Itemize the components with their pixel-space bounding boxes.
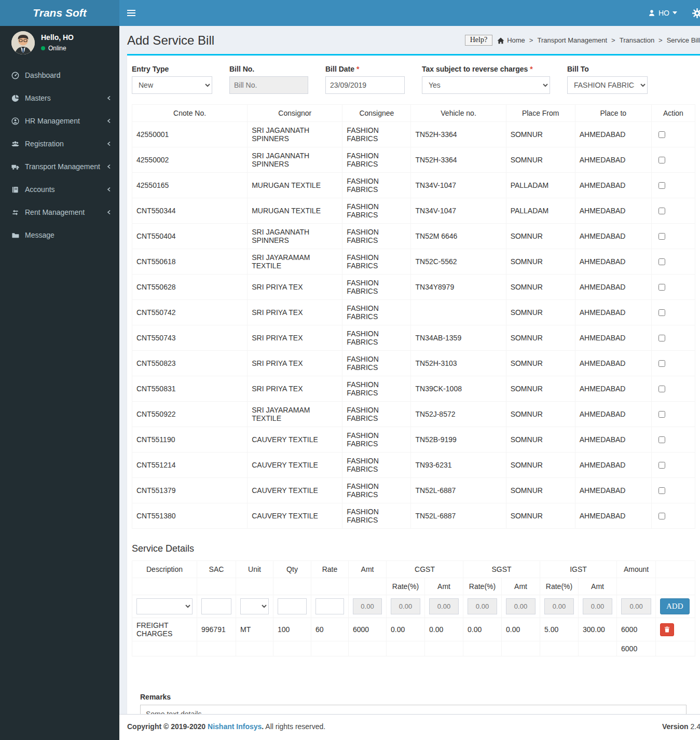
table-row: 42550165 MURUGAN TEXTILE FASHION FABRICS…	[132, 173, 695, 198]
table-row: 42550002 SRI JAGANNATH SPINNERS FASHION …	[132, 147, 695, 173]
cell-vehicle	[411, 300, 506, 325]
service-description-select[interactable]	[136, 598, 193, 614]
col-consignee: Consignee	[342, 105, 411, 122]
bill-date-field[interactable]	[325, 76, 405, 94]
service-unit-select[interactable]	[240, 598, 269, 614]
col-cgst-rate: Rate(%)	[387, 578, 425, 595]
col-sgst: SGST	[463, 561, 540, 578]
help-button[interactable]: Help?	[465, 35, 492, 46]
chevron-left-icon	[106, 141, 112, 146]
row-select-checkbox[interactable]	[658, 411, 665, 418]
cell-cnote: CNT551380	[132, 503, 248, 529]
user-dropdown[interactable]: HO	[639, 0, 687, 26]
cell-cnote: CNT551379	[132, 478, 248, 503]
chevron-left-icon	[106, 164, 112, 169]
row-select-checkbox[interactable]	[658, 131, 665, 138]
sidebar-item-dashboard[interactable]: Dashboard	[0, 64, 119, 87]
cell-consignee: FASHION FABRICS	[342, 478, 411, 503]
cell-place-from: SOMNUR	[506, 376, 575, 402]
sidebar-toggle-icon[interactable]	[119, 0, 143, 26]
row-select-checkbox[interactable]	[658, 335, 665, 341]
cell-vehicle: TN52L-6887	[411, 478, 506, 503]
sidebar-item-message[interactable]: Message	[0, 224, 119, 246]
reverse-charges-select[interactable]: Yes	[422, 76, 550, 94]
service-rate-input[interactable]	[315, 598, 344, 614]
cell-place-from: SOMNUR	[506, 503, 575, 529]
sidebar-item-label: Accounts	[25, 185, 106, 194]
col-sgst-rate: Rate(%)	[463, 578, 502, 595]
cell-place-to: AHMEDABAD	[575, 198, 651, 224]
row-select-checkbox[interactable]	[658, 157, 665, 163]
sidebar-item-registration[interactable]: Registration	[0, 132, 119, 155]
cell-consignor: CAUVERY TEXTILE	[248, 503, 342, 529]
cell-consignee: FASHION FABRICS	[342, 275, 411, 300]
breadcrumb-transport-management[interactable]: Transport Management	[537, 36, 607, 44]
col-description: Description	[132, 561, 197, 578]
cell-place-from: PALLADAM	[506, 173, 575, 198]
table-row: CNT550743 SRI PRIYA TEX FASHION FABRICS …	[132, 325, 695, 351]
row-select-checkbox[interactable]	[658, 309, 665, 316]
sidebar-item-masters[interactable]: Masters	[0, 87, 119, 109]
cell-vehicle: TN34V-1047	[411, 173, 506, 198]
cell-consignor: SRI JAYARAMAM TEXTILE	[248, 249, 342, 275]
row-select-checkbox[interactable]	[658, 208, 665, 214]
cell-place-from: SOMNUR	[506, 224, 575, 249]
row-select-checkbox[interactable]	[658, 182, 665, 189]
cell-cnote: CNT551190	[132, 427, 248, 453]
row-select-checkbox[interactable]	[658, 436, 665, 443]
top-navbar: HO	[119, 0, 700, 26]
folder-icon	[11, 231, 20, 239]
bill-to-select[interactable]: FASHION FABRICS	[567, 76, 648, 94]
cell-place-from: PALLADAM	[506, 198, 575, 224]
service-amount-field	[621, 598, 651, 614]
chevron-left-icon	[106, 118, 112, 124]
cell-place-from: SOMNUR	[506, 453, 575, 478]
cell-place-to: AHMEDABAD	[575, 453, 651, 478]
sidebar-item-accounts[interactable]: Accounts	[0, 178, 119, 201]
app-logo[interactable]: Trans Soft	[0, 0, 119, 26]
service-sac-input[interactable]	[201, 598, 231, 614]
cell-consignor: MURUGAN TEXTILE	[248, 173, 342, 198]
col-actions	[656, 561, 695, 578]
cell-consignee: FASHION FABRICS	[342, 351, 411, 376]
sidebar-item-label: Registration	[25, 140, 106, 148]
cell-place-to: AHMEDABAD	[575, 173, 651, 198]
users-icon	[11, 140, 20, 148]
cell-cnote: CNT550344	[132, 198, 248, 224]
delete-service-row-button[interactable]	[660, 623, 674, 636]
add-service-button[interactable]: ADD	[660, 598, 690, 614]
cell-consignee: FASHION FABRICS	[342, 503, 411, 529]
sidebar-item-transport-management[interactable]: Transport Management	[0, 155, 119, 178]
entry-type-select[interactable]: New	[132, 76, 212, 94]
row-select-checkbox[interactable]	[658, 233, 665, 240]
cell-vehicle: TN39CK-1008	[411, 376, 506, 402]
row-select-checkbox[interactable]	[658, 487, 665, 494]
sidebar-item-rent-management[interactable]: Rent Management	[0, 201, 119, 224]
col-place-from: Place From	[506, 105, 575, 122]
breadcrumb-home[interactable]: Home	[507, 36, 525, 44]
cell-place-from: SOMNUR	[506, 351, 575, 376]
settings-gear-icon[interactable]	[687, 0, 700, 26]
service-details-table: Description SAC Unit Qty Rate Amt CGST S…	[132, 560, 695, 656]
row-select-checkbox[interactable]	[658, 386, 665, 392]
row-select-checkbox[interactable]	[658, 360, 665, 367]
row-select-checkbox[interactable]	[658, 462, 665, 469]
user-panel: Hello, HO Online	[0, 26, 119, 62]
sidebar-item-hr-management[interactable]: HR Management	[0, 109, 119, 132]
cell-place-to: AHMEDABAD	[575, 503, 651, 529]
remarks-label: Remarks	[140, 693, 688, 701]
breadcrumb-transaction[interactable]: Transaction	[620, 36, 654, 44]
cell-sgst-amt: 0.00	[502, 618, 540, 641]
cell-consignee: FASHION FABRICS	[342, 173, 411, 198]
col-cgst: CGST	[387, 561, 463, 578]
service-qty-input[interactable]	[278, 598, 307, 614]
row-select-checkbox[interactable]	[658, 284, 665, 291]
cell-consignor: CAUVERY TEXTILE	[248, 478, 342, 503]
col-igst: IGST	[540, 561, 617, 578]
row-select-checkbox[interactable]	[658, 258, 665, 265]
company-link[interactable]: Nishant Infosys	[208, 722, 262, 731]
cell-qty: 100	[273, 618, 311, 641]
cell-consignor: SRI JAGANNATH SPINNERS	[248, 147, 342, 173]
row-select-checkbox[interactable]	[658, 513, 665, 519]
chevron-left-icon	[106, 210, 112, 215]
